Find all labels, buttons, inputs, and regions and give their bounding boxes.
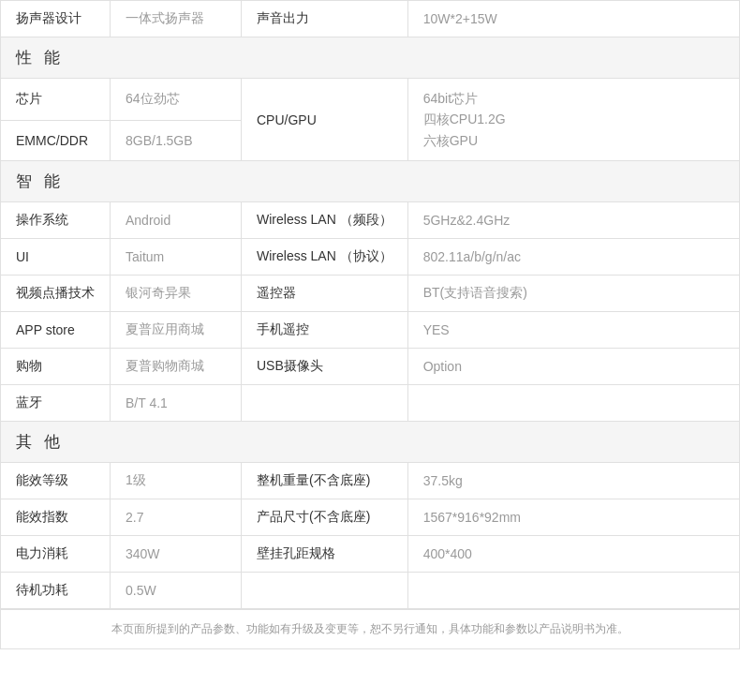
total-weight-label: 整机重量(不含底座)	[242, 463, 408, 499]
bt-value: B/T 4.1	[111, 385, 242, 422]
product-size-label: 产品尺寸(不含底座)	[242, 499, 408, 536]
audio-label: 声音出力	[242, 1, 408, 37]
wall-mount-value: 400*400	[407, 536, 739, 573]
app-value: 夏普应用商城	[111, 312, 242, 349]
bt-label: 蓝牙	[1, 385, 111, 422]
bt-right-value-empty	[407, 385, 739, 422]
os-value: Android	[111, 202, 242, 239]
audio-value: 10W*2+15W	[407, 1, 739, 37]
energy-index-label: 能效指数	[1, 499, 111, 536]
energy-level-label: 能效等级	[1, 463, 111, 499]
chip-row: 芯片 64位劲芯 CPU/GPU 64bit芯片 四核CPU1.2G 六核GPU	[1, 79, 740, 121]
section-other-label: 其 他	[1, 422, 740, 463]
energy-level-value: 1级	[111, 463, 242, 499]
wlan-proto-value: 802.11a/b/g/n/ac	[407, 239, 739, 276]
section-smart-row: 智 能	[1, 161, 740, 202]
emmc-label: EMMC/DDR	[1, 121, 111, 161]
ui-value: Taitum	[111, 239, 242, 276]
section-smart-label: 智 能	[1, 161, 740, 202]
speaker-value: 一体式扬声器	[111, 1, 242, 37]
power-value: 340W	[111, 536, 242, 573]
chip-value: 64位劲芯	[111, 79, 242, 121]
energy-level-row: 能效等级 1级 整机重量(不含底座) 37.5kg	[1, 463, 740, 499]
spec-table: 扬声器设计 一体式扬声器 声音出力 10W*2+15W 性 能 芯片 64位劲芯…	[0, 0, 740, 609]
usb-value: Option	[407, 349, 739, 385]
app-row: APP store 夏普应用商城 手机遥控 YES	[1, 312, 740, 349]
bt-row: 蓝牙 B/T 4.1	[1, 385, 740, 422]
wall-mount-label: 壁挂孔距规格	[242, 536, 408, 573]
remote-value: BT(支持语音搜索)	[407, 276, 739, 312]
video-row: 视频点播技术 银河奇异果 遥控器 BT(支持语音搜索)	[1, 276, 740, 312]
wlan-freq-label: Wireless LAN （频段）	[242, 202, 408, 239]
chip-label: 芯片	[1, 79, 111, 121]
power-label: 电力消耗	[1, 536, 111, 573]
app-label: APP store	[1, 312, 111, 349]
standby-label: 待机功耗	[1, 573, 111, 609]
shop-row: 购物 夏普购物商城 USB摄像头 Option	[1, 349, 740, 385]
os-row: 操作系统 Android Wireless LAN （频段） 5GHz&2.4G…	[1, 202, 740, 239]
ui-row: UI Taitum Wireless LAN （协议） 802.11a/b/g/…	[1, 239, 740, 276]
bt-right-empty	[242, 385, 408, 422]
video-value: 银河奇异果	[111, 276, 242, 312]
speaker-label: 扬声器设计	[1, 1, 111, 37]
remote-label: 遥控器	[242, 276, 408, 312]
usb-label: USB摄像头	[242, 349, 408, 385]
shop-label: 购物	[1, 349, 111, 385]
emmc-value: 8GB/1.5GB	[111, 121, 242, 161]
phone-remote-label: 手机遥控	[242, 312, 408, 349]
wlan-freq-value: 5GHz&2.4GHz	[407, 202, 739, 239]
ui-label: UI	[1, 239, 111, 276]
phone-remote-value: YES	[407, 312, 739, 349]
speaker-row: 扬声器设计 一体式扬声器 声音出力 10W*2+15W	[1, 1, 740, 37]
standby-value: 0.5W	[111, 573, 242, 609]
cpu-value: 64bit芯片 四核CPU1.2G 六核GPU	[407, 79, 739, 161]
section-other-row: 其 他	[1, 422, 740, 463]
energy-index-row: 能效指数 2.7 产品尺寸(不含底座) 1567*916*92mm	[1, 499, 740, 536]
standby-row: 待机功耗 0.5W	[1, 573, 740, 609]
section-performance-label: 性 能	[1, 37, 740, 79]
section-performance-row: 性 能	[1, 37, 740, 79]
cpu-label: CPU/GPU	[242, 79, 408, 161]
power-row: 电力消耗 340W 壁挂孔距规格 400*400	[1, 536, 740, 573]
standby-right-empty	[242, 573, 408, 609]
energy-index-value: 2.7	[111, 499, 242, 536]
footer-note: 本页面所提到的产品参数、功能如有升级及变更等，恕不另行通知，具体功能和参数以产品…	[0, 609, 740, 649]
total-weight-value: 37.5kg	[407, 463, 739, 499]
product-size-value: 1567*916*92mm	[407, 499, 739, 536]
shop-value: 夏普购物商城	[111, 349, 242, 385]
wlan-proto-label: Wireless LAN （协议）	[242, 239, 408, 276]
video-label: 视频点播技术	[1, 276, 111, 312]
os-label: 操作系统	[1, 202, 111, 239]
standby-right-value-empty	[407, 573, 739, 609]
